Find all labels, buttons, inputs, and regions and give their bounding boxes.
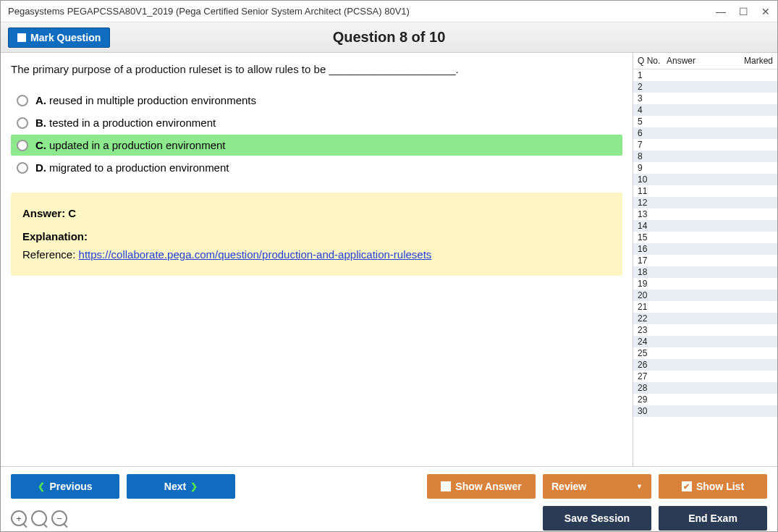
grid-cell-qno: 14 bbox=[638, 221, 667, 231]
checkbox-icon bbox=[441, 481, 451, 491]
reference-link[interactable]: https://collaborate.pega.com/question/pr… bbox=[79, 248, 432, 261]
grid-cell-qno: 15 bbox=[638, 232, 667, 242]
option-text: updated in a production environment bbox=[49, 139, 226, 151]
grid-row[interactable]: 3 bbox=[633, 93, 777, 104]
grid-row[interactable]: 28 bbox=[633, 382, 777, 394]
radio-icon bbox=[17, 162, 28, 174]
grid-row[interactable]: 24 bbox=[633, 336, 777, 347]
radio-icon bbox=[17, 117, 28, 129]
question-panel: The primary purpose of a production rule… bbox=[1, 53, 633, 466]
grid-row[interactable]: 19 bbox=[633, 278, 777, 290]
grid-row[interactable]: 6 bbox=[633, 127, 777, 139]
grid-row[interactable]: 29 bbox=[633, 394, 777, 405]
footer-row-2: + − Save Session End Exam bbox=[11, 506, 767, 531]
option-letter: A. bbox=[35, 94, 46, 106]
grid-row[interactable]: 18 bbox=[633, 266, 777, 278]
options-list: A. reused in multiple production environ… bbox=[11, 90, 622, 178]
explanation-label: Explanation: bbox=[22, 227, 611, 246]
option-B[interactable]: B. tested in a production environment bbox=[11, 112, 622, 133]
show-list-label: Show List bbox=[696, 481, 744, 492]
explanation-panel: Answer: C Explanation: Reference: https:… bbox=[11, 193, 622, 276]
save-session-label: Save Session bbox=[565, 512, 630, 524]
grid-cell-qno: 4 bbox=[638, 105, 667, 115]
grid-cell-qno: 7 bbox=[638, 140, 667, 150]
zoom-out-icon[interactable]: − bbox=[51, 510, 67, 526]
footer-row-1: ❮ Previous Next ❯ Show Answer Review ▼ ✔… bbox=[11, 474, 767, 499]
grid-cell-qno: 30 bbox=[638, 406, 667, 416]
grid-row[interactable]: 23 bbox=[633, 324, 777, 336]
mark-question-button[interactable]: Mark Question bbox=[8, 28, 110, 48]
grid-row[interactable]: 27 bbox=[633, 371, 777, 382]
show-answer-button[interactable]: Show Answer bbox=[427, 474, 536, 499]
grid-cell-qno: 8 bbox=[638, 151, 667, 161]
grid-row[interactable]: 5 bbox=[633, 116, 777, 127]
grid-cell-qno: 1 bbox=[638, 70, 667, 80]
grid-row[interactable]: 22 bbox=[633, 313, 777, 324]
next-button[interactable]: Next ❯ bbox=[127, 474, 235, 499]
grid-cell-qno: 5 bbox=[638, 117, 667, 127]
close-icon[interactable]: ✕ bbox=[761, 6, 770, 17]
option-D[interactable]: D. migrated to a production environment bbox=[11, 157, 622, 178]
grid-cell-qno: 9 bbox=[638, 163, 667, 173]
grid-row[interactable]: 30 bbox=[633, 405, 777, 417]
grid-row[interactable]: 7 bbox=[633, 139, 777, 151]
grid-row[interactable]: 16 bbox=[633, 243, 777, 255]
grid-row[interactable]: 25 bbox=[633, 347, 777, 359]
grid-row[interactable]: 4 bbox=[633, 104, 777, 116]
zoom-reset-icon[interactable] bbox=[31, 510, 47, 526]
checked-icon: ✔ bbox=[682, 481, 692, 491]
grid-row[interactable]: 10 bbox=[633, 174, 777, 185]
grid-row[interactable]: 1 bbox=[633, 69, 777, 81]
grid-row[interactable]: 14 bbox=[633, 220, 777, 232]
grid-body[interactable]: 1234567891011121314151617181920212223242… bbox=[633, 69, 777, 466]
grid-row[interactable]: 26 bbox=[633, 359, 777, 371]
minimize-icon[interactable]: — bbox=[716, 6, 726, 17]
grid-cell-qno: 17 bbox=[638, 256, 667, 266]
grid-row[interactable]: 20 bbox=[633, 290, 777, 301]
option-text: reused in multiple production environmen… bbox=[49, 94, 256, 106]
option-letter: B. bbox=[35, 117, 46, 129]
question-text: The primary purpose of a production rule… bbox=[11, 63, 622, 75]
grid-cell-qno: 26 bbox=[638, 360, 667, 370]
grid-cell-qno: 3 bbox=[638, 93, 667, 104]
grid-cell-qno: 6 bbox=[638, 128, 667, 138]
option-C[interactable]: C. updated in a production environment bbox=[11, 135, 622, 156]
grid-cell-qno: 11 bbox=[638, 186, 667, 196]
chevron-down-icon: ▼ bbox=[636, 483, 643, 490]
grid-cell-qno: 29 bbox=[638, 394, 667, 405]
grid-row[interactable]: 9 bbox=[633, 162, 777, 174]
grid-header: Q No. Answer Marked bbox=[633, 53, 777, 69]
show-list-button[interactable]: ✔ Show List bbox=[659, 474, 767, 499]
review-button[interactable]: Review ▼ bbox=[543, 474, 651, 499]
previous-button[interactable]: ❮ Previous bbox=[11, 474, 119, 499]
grid-row[interactable]: 17 bbox=[633, 255, 777, 266]
end-exam-button[interactable]: End Exam bbox=[659, 506, 767, 531]
grid-header-marked: Marked bbox=[737, 56, 773, 66]
zoom-in-icon[interactable]: + bbox=[11, 510, 27, 526]
grid-row[interactable]: 8 bbox=[633, 151, 777, 162]
end-exam-label: End Exam bbox=[688, 512, 737, 524]
previous-label: Previous bbox=[49, 481, 92, 492]
reference-line: Reference: https://collaborate.pega.com/… bbox=[22, 245, 611, 264]
save-session-button[interactable]: Save Session bbox=[543, 506, 651, 531]
checkbox-icon bbox=[17, 33, 26, 42]
option-letter: D. bbox=[35, 161, 46, 174]
grid-cell-qno: 28 bbox=[638, 383, 667, 393]
radio-icon bbox=[17, 95, 28, 106]
mark-question-label: Mark Question bbox=[30, 32, 101, 43]
maximize-icon[interactable]: ☐ bbox=[739, 6, 748, 17]
grid-row[interactable]: 2 bbox=[633, 81, 777, 93]
grid-row[interactable]: 21 bbox=[633, 301, 777, 313]
next-label: Next bbox=[164, 481, 186, 492]
grid-cell-qno: 20 bbox=[638, 290, 667, 300]
grid-row[interactable]: 12 bbox=[633, 197, 777, 208]
grid-row[interactable]: 13 bbox=[633, 208, 777, 220]
option-A[interactable]: A. reused in multiple production environ… bbox=[11, 90, 622, 111]
grid-cell-qno: 23 bbox=[638, 325, 667, 335]
show-answer-label: Show Answer bbox=[455, 481, 521, 492]
answer-label: Answer: C bbox=[22, 204, 611, 223]
grid-row[interactable]: 15 bbox=[633, 232, 777, 243]
grid-row[interactable]: 11 bbox=[633, 185, 777, 197]
grid-header-qno: Q No. bbox=[638, 56, 667, 66]
grid-cell-qno: 2 bbox=[638, 82, 667, 92]
